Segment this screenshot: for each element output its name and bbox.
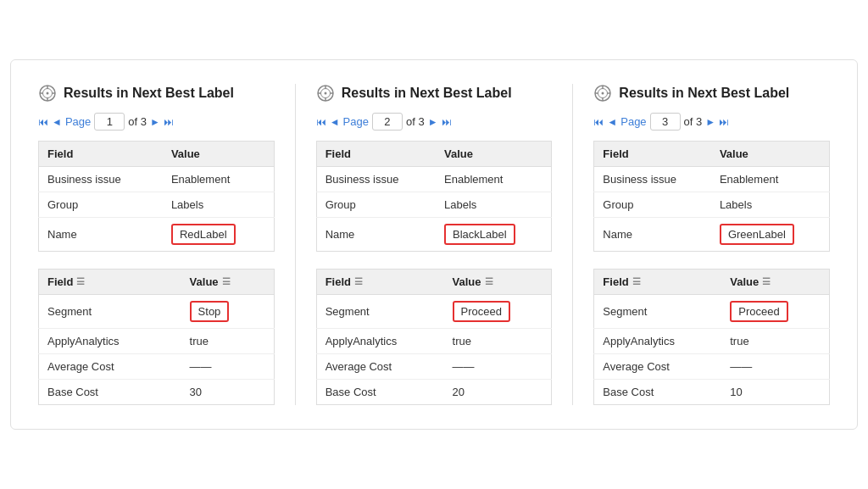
bot-table-row-2-0: SegmentProceed	[316, 295, 552, 329]
pagination-2: ⏮ ◄ Page of 3 ► ⏭	[316, 113, 553, 131]
divider-2	[572, 84, 573, 405]
bot-table-row-1-0: SegmentStop	[39, 295, 275, 329]
label-icon-2	[316, 84, 335, 103]
prev-page-btn-1[interactable]: ◄	[52, 116, 62, 128]
next-page-btn-1[interactable]: ►	[150, 116, 160, 128]
panel-2: Results in Next Best Label ⏮ ◄ Page of 3…	[316, 84, 553, 405]
panel-title-2: Results in Next Best Label	[316, 84, 553, 103]
field-filter-icon-3[interactable]: ☰	[632, 276, 641, 287]
top-field-cell-1-1: Group	[39, 192, 163, 218]
bot-table-row-1-3: Base Cost30	[39, 380, 275, 405]
top-field-cell-2-0: Business issue	[316, 167, 436, 192]
top-table-row-2-2: NameBlackLabel	[316, 218, 552, 252]
top-field-header-1: Field	[39, 142, 163, 167]
top-field-header-3: Field	[594, 142, 711, 167]
bot-table-row-2-3: Base Cost20	[316, 380, 552, 405]
value-filter-icon-1[interactable]: ☰	[222, 276, 231, 287]
first-page-btn-3[interactable]: ⏮	[593, 116, 604, 128]
last-page-btn-2[interactable]: ⏭	[442, 116, 452, 128]
bot-table-row-3-2: Average Cost——	[594, 354, 830, 380]
bot-field-cell-3-2: Average Cost	[594, 354, 721, 380]
bot-field-header-2: Field ☰	[316, 270, 443, 295]
prev-page-btn-3[interactable]: ◄	[607, 116, 617, 128]
value-filter-icon-3[interactable]: ☰	[762, 276, 771, 287]
bot-value-cell-3-1: true	[721, 329, 829, 354]
panel-title-text-3: Results in Next Best Label	[619, 86, 789, 101]
top-value-cell-2-2: BlackLabel	[436, 218, 552, 252]
bot-value-cell-1-1: true	[181, 329, 275, 354]
svg-point-13	[324, 92, 326, 95]
last-page-btn-1[interactable]: ⏭	[164, 116, 174, 128]
bot-value-header-3: Value ☰	[721, 270, 829, 295]
panel-title-text-1: Results in Next Best Label	[64, 86, 234, 101]
bot-value-cell-1-3: 30	[181, 380, 275, 405]
bot-value-cell-2-2: ——	[444, 354, 552, 380]
page-input-2[interactable]	[372, 113, 403, 131]
highlighted-value-3-2: GreenLabel	[720, 224, 794, 245]
bot-table-row-2-2: Average Cost——	[316, 354, 552, 380]
bot-value-cell-2-3: 20	[444, 380, 552, 405]
top-field-cell-3-0: Business issue	[594, 167, 711, 192]
bot-field-cell-1-2: Average Cost	[39, 354, 181, 380]
page-input-1[interactable]	[94, 113, 125, 131]
svg-point-20	[602, 92, 604, 95]
value-filter-icon-2[interactable]: ☰	[485, 276, 493, 287]
pagination-1: ⏮ ◄ Page of 3 ► ⏭	[38, 113, 275, 131]
bot-table-row-2-1: ApplyAnalyticstrue	[316, 329, 552, 354]
highlighted-bottom-value-3-0: Proceed	[730, 301, 787, 322]
field-filter-icon-2[interactable]: ☰	[354, 276, 363, 287]
top-table-2: Field Value Business issueEnablementGrou…	[316, 141, 553, 252]
next-page-btn-3[interactable]: ►	[705, 116, 715, 128]
highlighted-bottom-value-2-0: Proceed	[453, 301, 510, 322]
of-label-2: of 3	[406, 115, 425, 128]
bot-field-cell-1-3: Base Cost	[39, 380, 181, 405]
bot-table-row-1-1: ApplyAnalyticstrue	[39, 329, 275, 354]
top-field-cell-2-1: Group	[316, 192, 436, 218]
bot-field-cell-3-1: ApplyAnalytics	[594, 329, 721, 354]
top-value-cell-2-1: Labels	[436, 192, 552, 218]
prev-page-btn-2[interactable]: ◄	[330, 116, 340, 128]
top-value-header-3: Value	[711, 142, 830, 167]
top-table-row-3-0: Business issueEnablement	[594, 167, 830, 192]
top-field-cell-3-1: Group	[594, 192, 711, 218]
bot-field-cell-2-0: Segment	[316, 295, 443, 329]
bot-value-cell-3-3: 10	[721, 380, 829, 405]
first-page-btn-2[interactable]: ⏮	[316, 116, 326, 128]
top-field-header-2: Field	[316, 142, 436, 167]
bot-table-row-3-0: SegmentProceed	[594, 295, 830, 329]
panel-title-1: Results in Next Best Label	[38, 84, 275, 103]
bot-value-cell-3-2: ——	[721, 354, 829, 380]
top-table-row-1-1: GroupLabels	[39, 192, 275, 218]
page-label-3: Page	[620, 115, 646, 128]
top-value-cell-1-0: Enablement	[163, 167, 274, 192]
label-icon-3	[593, 84, 612, 103]
bot-value-header-2: Value ☰	[444, 270, 552, 295]
top-table-row-3-1: GroupLabels	[594, 192, 830, 218]
divider-1	[295, 84, 296, 405]
top-value-cell-3-1: Labels	[711, 192, 830, 218]
bot-field-cell-2-2: Average Cost	[316, 354, 443, 380]
top-table-row-3-2: NameGreenLabel	[594, 218, 830, 252]
next-page-btn-2[interactable]: ►	[428, 116, 438, 128]
bot-field-cell-3-3: Base Cost	[594, 380, 721, 405]
last-page-btn-3[interactable]: ⏭	[719, 116, 729, 128]
bot-value-cell-1-2: ——	[181, 354, 275, 380]
bot-field-header-1: Field ☰	[39, 270, 181, 295]
top-table-row-1-0: Business issueEnablement	[39, 167, 275, 192]
page-input-3[interactable]	[650, 113, 681, 131]
bot-table-row-1-2: Average Cost——	[39, 354, 275, 380]
top-table-row-2-0: Business issueEnablement	[316, 167, 552, 192]
bot-field-cell-1-0: Segment	[39, 295, 181, 329]
top-field-cell-3-2: Name	[594, 218, 711, 252]
bot-field-cell-2-1: ApplyAnalytics	[316, 329, 443, 354]
panel-3: Results in Next Best Label ⏮ ◄ Page of 3…	[593, 84, 830, 405]
first-page-btn-1[interactable]: ⏮	[38, 116, 48, 128]
label-icon-1	[38, 84, 57, 103]
of-label-3: of 3	[684, 115, 703, 128]
pagination-3: ⏮ ◄ Page of 3 ► ⏭	[593, 113, 830, 131]
top-value-cell-3-2: GreenLabel	[711, 218, 830, 252]
bot-value-cell-1-0: Stop	[181, 295, 275, 329]
bottom-table-2: Field ☰ Value ☰ SegmentProceedApplyAnaly…	[316, 269, 553, 405]
field-filter-icon-1[interactable]: ☰	[76, 276, 85, 287]
bottom-table-3: Field ☰ Value ☰ SegmentProceedApplyAnaly…	[593, 269, 830, 405]
